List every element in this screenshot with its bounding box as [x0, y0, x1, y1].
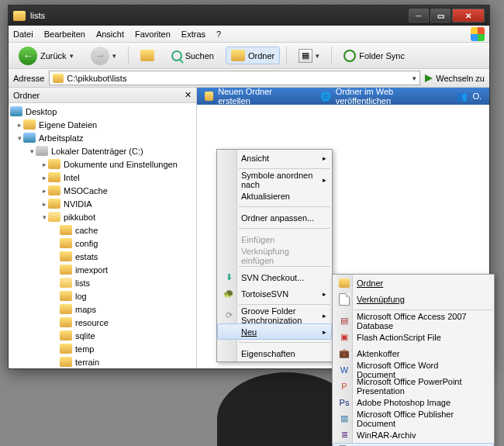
new-winrar[interactable]: ≣WinRAR-Archiv	[333, 427, 494, 443]
menu-extras[interactable]: Extras	[181, 29, 205, 39]
ctx-view[interactable]: Ansicht▸	[217, 150, 332, 166]
new-photoshop[interactable]: PsAdobe Photoshop Image	[333, 394, 494, 410]
new-publisher[interactable]: ▥Microsoft Office Publisher Document	[333, 410, 494, 427]
sync-icon	[343, 50, 356, 62]
ctx-refresh[interactable]: Aktualisieren	[217, 188, 332, 204]
menu-ansicht[interactable]: Ansicht	[96, 29, 124, 39]
views-button[interactable]: ▦ ▾	[293, 46, 325, 66]
back-button[interactable]: ← Zurück ▾	[13, 43, 79, 68]
ctx-properties[interactable]: Eigenschaften	[217, 345, 332, 361]
new-briefcase[interactable]: 💼Aktenkoffer	[333, 345, 494, 361]
new-flash-as[interactable]: ▣Flash ActionScript File	[333, 329, 494, 345]
close-button[interactable]: ✕	[452, 9, 485, 22]
computer-icon	[23, 133, 36, 143]
tree-resource[interactable]: resource	[75, 318, 109, 327]
tree-intel[interactable]: Intel	[64, 173, 80, 182]
menu-bearbeiten[interactable]: Bearbeiten	[44, 29, 85, 39]
address-label: Adresse	[13, 74, 44, 83]
new-access-db[interactable]: ▤Microsoft Office Access 2007 Database	[333, 313, 494, 329]
tree-desktop[interactable]: Desktop	[26, 107, 57, 116]
back-icon: ←	[19, 47, 37, 65]
ctx-tortoisesvn[interactable]: 🐢TortoiseSVN▸	[217, 285, 332, 302]
forward-button[interactable]: → ▾	[85, 43, 122, 68]
separator	[331, 47, 332, 65]
tree-pikkubot[interactable]: pikkubot	[64, 213, 95, 222]
menu-datei[interactable]: Datei	[13, 29, 33, 39]
address-path: C:\pikkubot\lists	[67, 74, 126, 83]
submenu-arrow-icon: ▸	[323, 154, 326, 162]
new-folder[interactable]: Ordner	[333, 275, 494, 291]
new-shortcut[interactable]: Verknüpfung	[333, 291, 494, 307]
dropdown-arrow-icon[interactable]: ▾	[413, 74, 416, 82]
menu-help[interactable]: ?	[216, 29, 221, 39]
context-menu-new: Ordner Verknüpfung ▤Microsoft Office Acc…	[332, 274, 495, 446]
tree-sqlite[interactable]: sqlite	[75, 331, 95, 341]
tree-config[interactable]: config	[75, 239, 98, 248]
address-bar: Adresse C:\pikkubot\lists ▾ Wechseln zu	[9, 69, 489, 88]
ctx-arrange-icons[interactable]: Symbole anordnen nach▸	[217, 171, 332, 188]
dropdown-arrow-icon[interactable]: ▾	[112, 52, 116, 60]
address-field[interactable]: C:\pikkubot\lists ▾	[49, 71, 420, 85]
new-folder-task[interactable]: Neuen Ordner erstellen	[205, 88, 289, 105]
window-title: lists	[30, 11, 409, 20]
folders-pane-button[interactable]: Ordner	[226, 47, 280, 64]
tree-cache[interactable]: cache	[75, 226, 98, 235]
folder-icon	[60, 264, 72, 275]
foldersync-button[interactable]: Folder Sync	[338, 47, 410, 65]
new-textdocument[interactable]: Textdokument	[333, 443, 494, 446]
dropdown-arrow-icon[interactable]: ▾	[70, 52, 74, 60]
folder-icon	[48, 185, 60, 195]
tree-eigene-dateien[interactable]: Eigene Dateien	[39, 120, 97, 130]
share-task[interactable]: 👥O.	[457, 92, 482, 102]
folder-tree[interactable]: Desktop ▸Eigene Dateien ▾Arbeitsplatz ▾L…	[9, 103, 196, 368]
tree-arbeitsplatz[interactable]: Arbeitsplatz	[39, 133, 83, 143]
folder-icon	[231, 50, 245, 61]
flash-icon: ▣	[338, 331, 350, 344]
ctx-new[interactable]: Neu▸	[217, 323, 332, 340]
dropdown-arrow-icon[interactable]: ▾	[316, 52, 319, 60]
search-button[interactable]: Suchen	[166, 47, 219, 64]
folder-icon	[60, 317, 72, 327]
folder-icon	[60, 304, 72, 314]
new-word-doc[interactable]: WMicrosoft Office Word Document	[333, 361, 494, 378]
tree-lists[interactable]: lists	[75, 278, 90, 288]
titlebar[interactable]: lists ─ ▭ ✕	[9, 5, 489, 26]
go-label: Wechseln zu	[436, 74, 485, 83]
tree-imexport[interactable]: imexport	[75, 265, 108, 275]
folder-up-icon	[140, 50, 154, 61]
views-icon: ▦	[299, 49, 312, 63]
separator	[286, 47, 287, 65]
sidebar-header: Ordner ✕	[9, 88, 196, 103]
ctx-customize[interactable]: Ordner anpassen...	[217, 209, 332, 226]
minimize-button[interactable]: ─	[409, 9, 429, 22]
search-label: Suchen	[185, 51, 214, 61]
tortoise-icon: 🐢	[223, 288, 235, 300]
sidebar-close-button[interactable]: ✕	[185, 90, 192, 100]
maximize-button[interactable]: ▭	[430, 9, 450, 22]
tree-docs-settings[interactable]: Dokumente und Einstellungen	[64, 160, 178, 169]
tree-maps[interactable]: maps	[75, 305, 96, 314]
submenu-arrow-icon: ▸	[323, 176, 326, 184]
back-label: Zurück	[40, 51, 67, 61]
tree-terrain[interactable]: terrain	[75, 358, 99, 367]
tree-temp[interactable]: temp	[75, 344, 94, 354]
tree-log[interactable]: log	[75, 292, 87, 301]
tree-drive-c[interactable]: Lokaler Datenträger (C:)	[51, 147, 143, 156]
context-menu-background: Ansicht▸ Symbole anordnen nach▸ Aktualis…	[216, 149, 333, 362]
ctx-paste: Einfügen	[217, 231, 332, 247]
menu-favoriten[interactable]: Favoriten	[135, 29, 171, 39]
folder-icon	[205, 92, 213, 101]
go-button[interactable]: Wechseln zu	[425, 74, 485, 83]
up-button[interactable]	[135, 47, 160, 64]
folder-icon	[60, 291, 72, 301]
tree-msocache[interactable]: MSOCache	[64, 186, 108, 195]
ctx-svn-checkout[interactable]: ⬇SVN Checkout...	[217, 269, 332, 285]
groove-icon: ⟳	[223, 309, 235, 322]
ctx-groove-sync[interactable]: ⟳Groove Folder Synchronization▸	[217, 307, 332, 323]
search-icon	[171, 50, 182, 61]
ctx-paste-shortcut: Verknüpfung einfügen	[217, 247, 332, 264]
new-powerpoint[interactable]: PMicrosoft Office PowerPoint Presentatio…	[333, 378, 494, 394]
publish-task[interactable]: 🌐Ordner im Web veröffentlichen	[320, 88, 426, 105]
tree-nvidia[interactable]: NVIDIA	[64, 199, 92, 209]
tree-estats[interactable]: estats	[75, 252, 98, 261]
